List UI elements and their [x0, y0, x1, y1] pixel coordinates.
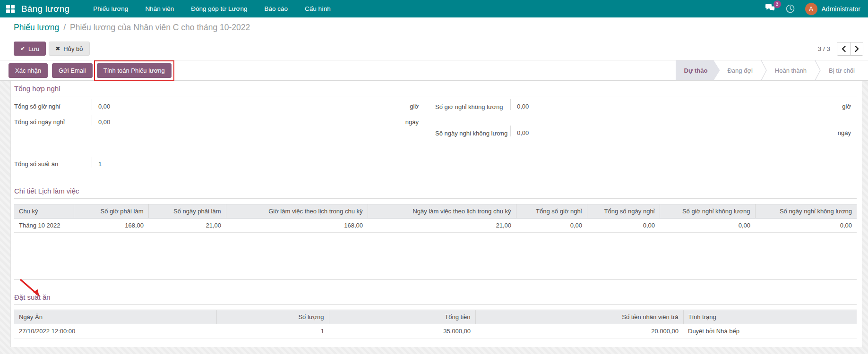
record-pager: 3 / 3: [818, 42, 863, 56]
nav-item-bao-cao[interactable]: Báo cáo: [258, 0, 294, 17]
x-icon: ✖: [55, 45, 60, 52]
table-cell[interactable]: 0,00: [660, 219, 755, 233]
table-cell[interactable]: 168,00: [226, 219, 368, 233]
status-step-hoan-thanh[interactable]: Hoàn thành: [767, 60, 814, 80]
section-divider: [14, 279, 857, 280]
meal-total-group: Tổng số suất ăn 1: [14, 157, 419, 176]
field-row: Tổng số ngày nghỉ 0,00 ngày: [14, 115, 419, 130]
breadcrumb-parent-link[interactable]: Phiếu lương: [14, 23, 59, 33]
table-cell[interactable]: 20.000,00: [475, 324, 683, 338]
activities-clock-icon[interactable]: [786, 4, 795, 13]
column-header[interactable]: Tổng số ngày nghỉ: [587, 204, 660, 219]
apps-menu-icon[interactable]: [6, 5, 15, 13]
step-divider-icon: [760, 60, 767, 80]
messages-count-badge: 3: [773, 0, 781, 8]
status-step-dang-doi[interactable]: Đang đợi: [720, 60, 760, 80]
table-cell[interactable]: Tháng 10 2022: [14, 219, 74, 233]
status-step-du-thao[interactable]: Dự thảo: [676, 60, 720, 80]
confirm-button[interactable]: Xác nhận: [9, 63, 48, 78]
table-cell[interactable]: 168,00: [74, 219, 148, 233]
column-header[interactable]: Số giờ phải làm: [74, 204, 148, 219]
leave-summary-right-group: Số giờ nghỉ không lương 0,00 giờ Số ngày…: [435, 99, 851, 152]
unpaid-leave-days-field[interactable]: 0,00: [510, 126, 823, 136]
column-header[interactable]: Số ngày nghỉ không lương: [755, 204, 857, 219]
table-cell[interactable]: 0,00: [587, 219, 660, 233]
total-leave-hours-field[interactable]: 0,00: [92, 99, 390, 110]
field-unit: giờ: [823, 99, 851, 110]
field-row: Tổng số giờ nghỉ 0,00 giờ: [14, 99, 419, 115]
messages-icon[interactable]: 3: [765, 4, 775, 14]
field-unit: giờ: [390, 99, 419, 110]
pager-next-button[interactable]: [850, 42, 863, 55]
breadcrumb: Phiếu lương / Phiếu lương của Nhân viên …: [0, 17, 868, 38]
table-cell[interactable]: Duyệt bởi Nhà bếp: [683, 324, 857, 338]
table-cell[interactable]: 21,00: [368, 219, 516, 233]
table-cell[interactable]: 0,00: [516, 219, 587, 233]
main-menu: Phiếu lương Nhân viên Đóng góp từ Lương …: [86, 0, 337, 17]
field-label: Tổng số ngày nghỉ: [14, 115, 92, 126]
form-action-row: ✔ Lưu ✖ Hủy bỏ 3 / 3: [0, 38, 868, 60]
column-header[interactable]: Số lượng: [216, 310, 329, 324]
meals-table: Ngày Ăn Số lượng Tổng tiền Số tiền nhân …: [14, 310, 857, 338]
form-sheet: Tổng hợp nghỉ Tổng số giờ nghỉ 0,00 giờ …: [10, 81, 862, 347]
column-header[interactable]: Số giờ nghỉ không lương: [660, 204, 755, 219]
compute-payslip-button[interactable]: Tính toán Phiếu lương: [97, 63, 172, 78]
table-cell[interactable]: 0,00: [755, 219, 857, 233]
column-header[interactable]: Số tiền nhân viên trả: [475, 310, 683, 324]
user-name: Administrator: [822, 5, 860, 13]
top-navbar: Bảng lương Phiếu lương Nhân viên Đóng gó…: [0, 0, 868, 17]
field-label: Số ngày nghỉ không lương: [435, 126, 510, 137]
schedule-header-row: Chu kỳ Số giờ phải làm Số ngày phải làm …: [14, 204, 857, 219]
navbar-right: 3 A Administrator: [765, 3, 868, 15]
column-header[interactable]: Ngày Ăn: [14, 310, 216, 324]
save-button-label: Lưu: [28, 45, 39, 52]
meals-table-row[interactable]: 27/10/2022 12:00:00 1 35.000,00 20.000,0…: [14, 324, 857, 338]
field-row: Số giờ nghỉ không lương 0,00 giờ: [435, 99, 851, 126]
table-cell[interactable]: 21,00: [148, 219, 226, 233]
field-label: Tổng số giờ nghỉ: [14, 99, 92, 110]
field-label: Tổng số suất ăn: [14, 157, 92, 168]
nav-item-cau-hinh[interactable]: Cấu hình: [298, 0, 337, 17]
leave-summary-left-group: Tổng số giờ nghỉ 0,00 giờ Tổng số ngày n…: [14, 99, 419, 130]
field-row: Tổng số suất ăn 1: [14, 157, 419, 176]
table-cell[interactable]: 1: [216, 324, 329, 338]
table-cell[interactable]: 27/10/2022 12:00:00: [14, 324, 216, 338]
breadcrumb-current: Phiếu lương của Nhân viên C cho tháng 10…: [70, 23, 250, 33]
section-title-schedule: Chi tiết Lịch làm việc: [14, 187, 857, 199]
column-header[interactable]: Tổng số giờ nghỉ: [516, 204, 587, 219]
avatar: A: [805, 3, 817, 15]
section-title-leave-summary: Tổng hợp nghỉ: [14, 84, 857, 96]
nav-item-dong-gop[interactable]: Đóng góp từ Lương: [184, 0, 254, 17]
form-background: Tổng hợp nghỉ Tổng số giờ nghỉ 0,00 giờ …: [0, 81, 868, 354]
meal-total-field[interactable]: 1: [92, 157, 419, 168]
table-cell[interactable]: 35.000,00: [329, 324, 475, 338]
pager-count: 3 / 3: [818, 45, 830, 52]
payslip-form-screen: Bảng lương Phiếu lương Nhân viên Đóng gó…: [0, 0, 868, 354]
section-title-meals: Đặt suất ăn: [14, 293, 857, 305]
column-header[interactable]: Ngày làm việc theo lịch trong chu kỳ: [368, 204, 516, 219]
column-header[interactable]: Giờ làm việc theo lịch trong chu kỳ: [226, 204, 368, 219]
status-step-bi-tu-choi[interactable]: Bị từ chối: [821, 60, 862, 80]
field-label: Số giờ nghỉ không lương: [435, 99, 510, 111]
nav-item-nhan-vien[interactable]: Nhân viên: [138, 0, 180, 17]
send-email-button[interactable]: Gửi Email: [52, 63, 93, 78]
field-row: Số ngày nghỉ không lương 0,00 ngày: [435, 126, 851, 152]
nav-item-phieu-luong[interactable]: Phiếu lương: [86, 0, 135, 17]
discard-button[interactable]: ✖ Hủy bỏ: [49, 42, 89, 56]
save-button[interactable]: ✔ Lưu: [14, 42, 46, 56]
schedule-table-row[interactable]: Tháng 10 2022 168,00 21,00 168,00 21,00 …: [14, 219, 857, 233]
chevron-right-icon: [855, 46, 859, 52]
step-divider-icon: [814, 60, 821, 80]
column-header[interactable]: Chu kỳ: [14, 204, 74, 219]
chevron-left-icon: [842, 46, 846, 52]
field-unit: ngày: [390, 115, 419, 126]
breadcrumb-separator: /: [63, 23, 66, 33]
unpaid-leave-hours-field[interactable]: 0,00: [510, 99, 823, 110]
column-header[interactable]: Tình trạng: [683, 310, 857, 324]
total-leave-days-field[interactable]: 0,00: [92, 115, 390, 126]
column-header[interactable]: Số ngày phải làm: [148, 204, 226, 219]
user-menu[interactable]: A Administrator: [805, 3, 860, 15]
pager-previous-button[interactable]: [837, 42, 850, 55]
column-header[interactable]: Tổng tiền: [329, 310, 475, 324]
discard-button-label: Hủy bỏ: [63, 45, 83, 52]
